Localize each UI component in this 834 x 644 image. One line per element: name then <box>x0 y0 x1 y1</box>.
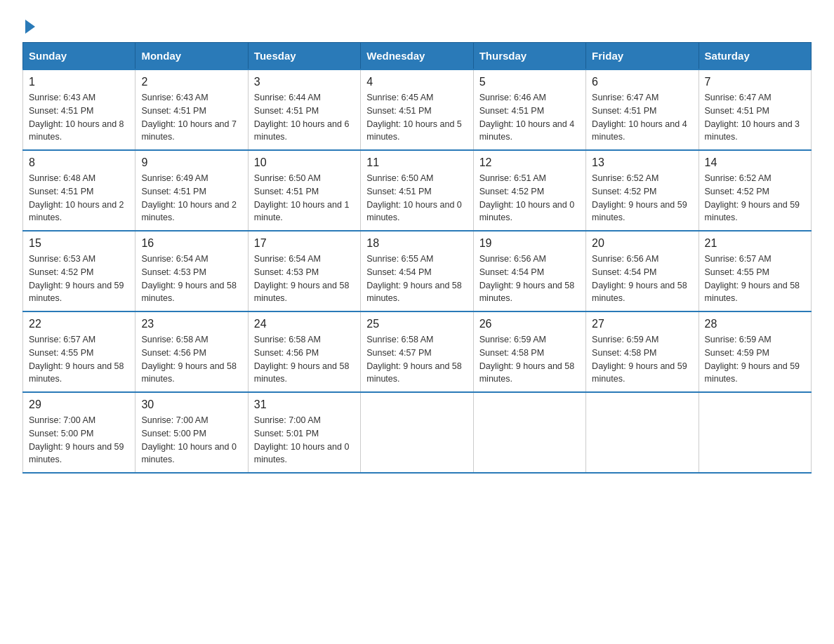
day-number: 4 <box>366 76 467 88</box>
calendar-table: SundayMondayTuesdayWednesdayThursdayFrid… <box>22 42 812 474</box>
day-info: Sunrise: 6:55 AMSunset: 4:54 PMDaylight:… <box>366 253 467 305</box>
weekday-header-row: SundayMondayTuesdayWednesdayThursdayFrid… <box>23 43 812 70</box>
day-info: Sunrise: 6:53 AMSunset: 4:52 PMDaylight:… <box>29 253 129 305</box>
calendar-week-2: 8 Sunrise: 6:48 AMSunset: 4:51 PMDayligh… <box>23 150 812 231</box>
calendar-cell: 18 Sunrise: 6:55 AMSunset: 4:54 PMDaylig… <box>361 231 473 311</box>
day-number: 18 <box>366 237 467 250</box>
calendar-cell: 17 Sunrise: 6:54 AMSunset: 4:53 PMDaylig… <box>248 231 360 311</box>
calendar-week-3: 15 Sunrise: 6:53 AMSunset: 4:52 PMDaylig… <box>23 231 812 311</box>
day-number: 1 <box>29 76 129 88</box>
day-number: 17 <box>254 237 355 250</box>
calendar-cell: 11 Sunrise: 6:50 AMSunset: 4:51 PMDaylig… <box>361 150 473 231</box>
calendar-week-4: 22 Sunrise: 6:57 AMSunset: 4:55 PMDaylig… <box>23 311 812 392</box>
calendar-cell: 4 Sunrise: 6:45 AMSunset: 4:51 PMDayligh… <box>361 69 473 150</box>
day-number: 21 <box>705 237 805 250</box>
calendar-cell: 20 Sunrise: 6:56 AMSunset: 4:54 PMDaylig… <box>586 231 699 311</box>
day-number: 20 <box>592 237 692 250</box>
calendar-cell: 16 Sunrise: 6:54 AMSunset: 4:53 PMDaylig… <box>135 231 248 311</box>
day-number: 28 <box>705 318 805 330</box>
weekday-header-thursday: Thursday <box>473 43 585 70</box>
calendar-cell: 13 Sunrise: 6:52 AMSunset: 4:52 PMDaylig… <box>586 150 699 231</box>
calendar-cell: 24 Sunrise: 6:58 AMSunset: 4:56 PMDaylig… <box>248 311 360 392</box>
calendar-cell: 28 Sunrise: 6:59 AMSunset: 4:59 PMDaylig… <box>699 311 811 392</box>
day-info: Sunrise: 6:54 AMSunset: 4:53 PMDaylight:… <box>141 253 241 305</box>
day-number: 22 <box>29 318 129 330</box>
day-info: Sunrise: 6:59 AMSunset: 4:58 PMDaylight:… <box>592 333 692 386</box>
day-number: 29 <box>29 398 129 411</box>
day-number: 11 <box>366 156 467 169</box>
logo <box>22 17 35 31</box>
page-header <box>22 17 812 31</box>
weekday-header-sunday: Sunday <box>23 43 135 70</box>
day-info: Sunrise: 6:56 AMSunset: 4:54 PMDaylight:… <box>479 253 580 305</box>
day-number: 13 <box>592 156 692 169</box>
day-number: 2 <box>141 76 241 88</box>
calendar-cell: 30 Sunrise: 7:00 AMSunset: 5:00 PMDaylig… <box>135 392 248 473</box>
calendar-cell <box>473 392 585 473</box>
day-info: Sunrise: 7:00 AMSunset: 5:01 PMDaylight:… <box>254 414 355 467</box>
calendar-cell: 15 Sunrise: 6:53 AMSunset: 4:52 PMDaylig… <box>23 231 135 311</box>
day-info: Sunrise: 6:45 AMSunset: 4:51 PMDaylight:… <box>366 91 467 144</box>
weekday-header-friday: Friday <box>586 43 699 70</box>
day-info: Sunrise: 6:46 AMSunset: 4:51 PMDaylight:… <box>479 91 580 144</box>
day-number: 25 <box>366 318 467 330</box>
day-info: Sunrise: 6:57 AMSunset: 4:55 PMDaylight:… <box>705 253 805 305</box>
logo-arrow-icon <box>25 20 35 34</box>
calendar-cell: 31 Sunrise: 7:00 AMSunset: 5:01 PMDaylig… <box>248 392 360 473</box>
day-number: 31 <box>254 398 355 411</box>
calendar-cell: 25 Sunrise: 6:58 AMSunset: 4:57 PMDaylig… <box>361 311 473 392</box>
calendar-cell: 7 Sunrise: 6:47 AMSunset: 4:51 PMDayligh… <box>699 69 811 150</box>
day-info: Sunrise: 7:00 AMSunset: 5:00 PMDaylight:… <box>29 414 129 467</box>
day-info: Sunrise: 6:50 AMSunset: 4:51 PMDaylight:… <box>366 172 467 224</box>
calendar-cell: 19 Sunrise: 6:56 AMSunset: 4:54 PMDaylig… <box>473 231 585 311</box>
day-number: 15 <box>29 237 129 250</box>
day-info: Sunrise: 6:52 AMSunset: 4:52 PMDaylight:… <box>705 172 805 224</box>
calendar-cell <box>361 392 473 473</box>
day-number: 19 <box>479 237 580 250</box>
day-number: 12 <box>479 156 580 169</box>
day-info: Sunrise: 6:48 AMSunset: 4:51 PMDaylight:… <box>29 172 129 224</box>
calendar-cell: 2 Sunrise: 6:43 AMSunset: 4:51 PMDayligh… <box>135 69 248 150</box>
day-number: 24 <box>254 318 355 330</box>
day-number: 7 <box>705 76 805 88</box>
day-info: Sunrise: 6:52 AMSunset: 4:52 PMDaylight:… <box>592 172 692 224</box>
day-info: Sunrise: 6:56 AMSunset: 4:54 PMDaylight:… <box>592 253 692 305</box>
day-info: Sunrise: 6:51 AMSunset: 4:52 PMDaylight:… <box>479 172 580 224</box>
day-info: Sunrise: 6:58 AMSunset: 4:57 PMDaylight:… <box>366 333 467 386</box>
day-number: 8 <box>29 156 129 169</box>
calendar-cell: 29 Sunrise: 7:00 AMSunset: 5:00 PMDaylig… <box>23 392 135 473</box>
day-info: Sunrise: 6:59 AMSunset: 4:58 PMDaylight:… <box>479 333 580 386</box>
day-info: Sunrise: 6:59 AMSunset: 4:59 PMDaylight:… <box>705 333 805 386</box>
calendar-cell: 12 Sunrise: 6:51 AMSunset: 4:52 PMDaylig… <box>473 150 585 231</box>
day-number: 5 <box>479 76 580 88</box>
day-number: 3 <box>254 76 355 88</box>
calendar-cell <box>699 392 811 473</box>
weekday-header-saturday: Saturday <box>699 43 811 70</box>
calendar-cell: 26 Sunrise: 6:59 AMSunset: 4:58 PMDaylig… <box>473 311 585 392</box>
weekday-header-tuesday: Tuesday <box>248 43 360 70</box>
calendar-cell: 14 Sunrise: 6:52 AMSunset: 4:52 PMDaylig… <box>699 150 811 231</box>
day-info: Sunrise: 6:43 AMSunset: 4:51 PMDaylight:… <box>29 91 129 144</box>
day-info: Sunrise: 6:50 AMSunset: 4:51 PMDaylight:… <box>254 172 355 224</box>
day-info: Sunrise: 6:54 AMSunset: 4:53 PMDaylight:… <box>254 253 355 305</box>
calendar-cell: 8 Sunrise: 6:48 AMSunset: 4:51 PMDayligh… <box>23 150 135 231</box>
calendar-cell: 23 Sunrise: 6:58 AMSunset: 4:56 PMDaylig… <box>135 311 248 392</box>
calendar-week-5: 29 Sunrise: 7:00 AMSunset: 5:00 PMDaylig… <box>23 392 812 473</box>
day-number: 6 <box>592 76 692 88</box>
calendar-cell: 5 Sunrise: 6:46 AMSunset: 4:51 PMDayligh… <box>473 69 585 150</box>
day-info: Sunrise: 7:00 AMSunset: 5:00 PMDaylight:… <box>141 414 241 467</box>
day-info: Sunrise: 6:49 AMSunset: 4:51 PMDaylight:… <box>141 172 241 224</box>
day-info: Sunrise: 6:43 AMSunset: 4:51 PMDaylight:… <box>141 91 241 144</box>
calendar-week-1: 1 Sunrise: 6:43 AMSunset: 4:51 PMDayligh… <box>23 69 812 150</box>
day-number: 23 <box>141 318 241 330</box>
day-number: 26 <box>479 318 580 330</box>
day-number: 27 <box>592 318 692 330</box>
calendar-cell: 27 Sunrise: 6:59 AMSunset: 4:58 PMDaylig… <box>586 311 699 392</box>
calendar-cell <box>586 392 699 473</box>
day-number: 14 <box>705 156 805 169</box>
day-info: Sunrise: 6:58 AMSunset: 4:56 PMDaylight:… <box>254 333 355 386</box>
calendar-cell: 9 Sunrise: 6:49 AMSunset: 4:51 PMDayligh… <box>135 150 248 231</box>
calendar-cell: 3 Sunrise: 6:44 AMSunset: 4:51 PMDayligh… <box>248 69 360 150</box>
day-number: 16 <box>141 237 241 250</box>
calendar-cell: 10 Sunrise: 6:50 AMSunset: 4:51 PMDaylig… <box>248 150 360 231</box>
